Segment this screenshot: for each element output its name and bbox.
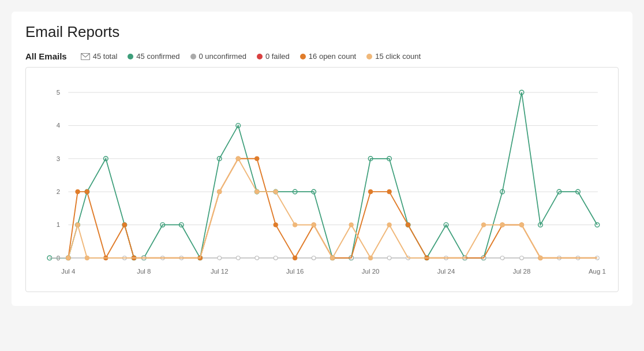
svg-point-66 (312, 256, 316, 260)
click-count-line (68, 159, 597, 258)
page-title: Email Reports (25, 23, 619, 41)
svg-point-91 (254, 156, 259, 161)
svg-point-106 (217, 189, 222, 194)
click-count-dot (366, 54, 372, 59)
svg-point-76 (500, 256, 504, 260)
failed-dot (257, 54, 263, 59)
svg-text:Jul 28: Jul 28 (513, 268, 531, 275)
svg-point-117 (500, 223, 505, 227)
svg-point-96 (368, 189, 373, 194)
svg-text:Jul 16: Jul 16 (286, 268, 304, 275)
section-label: All Emails (25, 51, 67, 61)
svg-point-110 (293, 223, 297, 227)
svg-text:1: 1 (57, 221, 60, 228)
svg-point-109 (274, 189, 278, 194)
svg-text:4: 4 (57, 122, 61, 129)
page-container: Email Reports All Emails 45 total 45 con… (12, 12, 632, 306)
svg-text:Jul 8: Jul 8 (137, 268, 151, 275)
svg-point-93 (293, 256, 297, 260)
svg-point-111 (312, 223, 316, 227)
section-header: All Emails 45 total 45 confirmed (25, 51, 619, 61)
svg-text:Jul 4: Jul 4 (61, 268, 76, 275)
legend-label-open-count: 16 open count (309, 52, 356, 61)
chart-svg: 0 1 2 3 4 5 Jul 4 Jul 8 Jul 12 Jul 16 Ju… (35, 77, 609, 285)
legend-label-confirmed: 45 confirmed (136, 52, 179, 61)
svg-point-118 (519, 223, 524, 227)
svg-point-104 (76, 223, 80, 227)
legend-item-click-count: 15 click count (366, 52, 421, 61)
legend-label-click-count: 15 click count (375, 52, 421, 61)
svg-point-63 (255, 256, 259, 260)
svg-point-64 (274, 256, 278, 260)
svg-point-112 (330, 256, 335, 260)
svg-point-97 (387, 189, 392, 194)
chart-container: 0 1 2 3 4 5 Jul 4 Jul 8 Jul 12 Jul 16 Ju… (25, 67, 619, 292)
svg-point-116 (481, 223, 486, 227)
svg-text:2: 2 (57, 188, 60, 195)
open-count-dot (300, 54, 306, 59)
svg-point-83 (76, 189, 80, 194)
svg-point-62 (236, 256, 240, 260)
svg-point-114 (368, 256, 373, 260)
svg-point-77 (520, 256, 524, 260)
svg-point-108 (254, 189, 259, 194)
legend-label-failed: 0 failed (265, 52, 290, 61)
unconfirmed-dot (190, 54, 196, 59)
svg-point-84 (85, 189, 89, 194)
legend-item-unconfirmed: 0 unconfirmed (190, 52, 246, 61)
svg-text:5: 5 (57, 89, 60, 96)
svg-text:Jul 20: Jul 20 (362, 268, 380, 275)
svg-point-98 (406, 223, 410, 227)
svg-point-92 (274, 223, 278, 227)
svg-point-113 (349, 223, 354, 227)
svg-point-61 (218, 256, 222, 260)
svg-text:Jul 24: Jul 24 (437, 268, 455, 275)
svg-text:3: 3 (57, 155, 60, 162)
svg-point-103 (66, 256, 71, 260)
legend-label-unconfirmed: 0 unconfirmed (199, 52, 246, 61)
legend-label-total: 45 total (93, 52, 118, 61)
legend-item-confirmed: 45 confirmed (128, 52, 179, 61)
svg-point-115 (387, 223, 392, 227)
legend-item-open-count: 16 open count (300, 52, 356, 61)
svg-text:Jul 12: Jul 12 (211, 268, 229, 275)
email-icon (81, 53, 90, 60)
svg-point-70 (387, 256, 391, 260)
confirmed-dot (128, 54, 133, 59)
open-count-line (68, 159, 597, 258)
svg-point-107 (236, 156, 241, 161)
svg-point-119 (538, 256, 543, 260)
svg-point-105 (85, 256, 89, 260)
legend: 45 total 45 confirmed 0 unconfirmed 0 fa… (81, 52, 421, 61)
legend-item-failed: 0 failed (257, 52, 290, 61)
svg-text:Aug 1: Aug 1 (589, 268, 606, 275)
confirmed-line (50, 92, 597, 258)
svg-point-86 (122, 223, 127, 227)
legend-item-total: 45 total (81, 52, 118, 61)
